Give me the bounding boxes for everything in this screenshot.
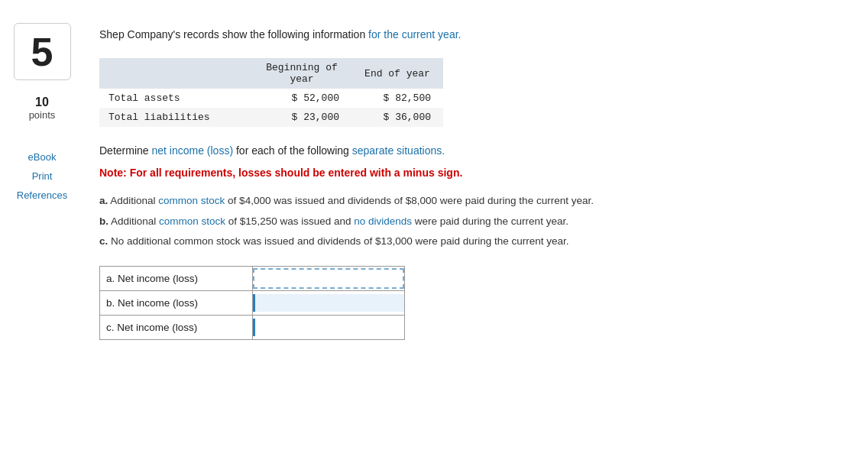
instructions-text: Determine net income (loss) for each of …: [99, 142, 845, 159]
points-section: 10 points: [29, 96, 56, 121]
table-row: Total assets $ 52,000 $ 82,500: [99, 89, 443, 108]
answer-row-b: b. Net income (loss): [100, 291, 405, 316]
answer-input-cell-c[interactable]: [252, 316, 404, 340]
table-header-end: End of year: [351, 58, 443, 89]
answer-label-c: c. Net income (loss): [100, 316, 253, 340]
table-row: Total liabilities $ 23,000 $ 36,000: [99, 108, 443, 127]
scenarios: a. Additional common stock of $4,000 was…: [99, 192, 845, 251]
table-cell-label: Total assets: [99, 89, 252, 108]
answer-label-a: a. Net income (loss): [100, 267, 253, 291]
table-header-begin: Beginning ofyear: [252, 58, 351, 89]
scenario-c: c. No additional common stock was issued…: [99, 232, 845, 251]
table-cell-label: Total liabilities: [99, 108, 252, 127]
sidebar-links: eBook Print References: [17, 151, 67, 201]
answer-input-c[interactable]: [253, 319, 404, 336]
data-table: Beginning ofyear End of year Total asset…: [99, 58, 443, 127]
main-content: Shep Company's records show the followin…: [84, 15, 868, 448]
question-number: 5: [14, 23, 71, 80]
note-text: Note: For all requirements, losses shoul…: [99, 165, 845, 181]
sidebar: 5 10 points eBook Print References: [0, 15, 84, 448]
answer-label-b: b. Net income (loss): [100, 291, 253, 316]
answer-input-cell-b[interactable]: [252, 291, 404, 316]
answer-row-a: a. Net income (loss): [100, 267, 405, 291]
answer-input-b[interactable]: [253, 294, 404, 312]
sidebar-link-ebook[interactable]: eBook: [28, 151, 57, 163]
answer-row-c: c. Net income (loss): [100, 316, 405, 340]
scenario-a: a. Additional common stock of $4,000 was…: [99, 192, 845, 210]
table-header-label: [99, 58, 252, 89]
sidebar-link-print[interactable]: Print: [32, 170, 53, 182]
answer-table: a. Net income (loss) b. Net income (loss…: [99, 266, 405, 340]
points-label: points: [29, 109, 56, 121]
answer-input-cell-a[interactable]: [252, 267, 404, 291]
table-cell-begin: $ 23,000: [252, 108, 351, 127]
table-cell-end: $ 82,500: [351, 89, 443, 108]
points-value: 10: [29, 96, 56, 109]
question-intro: Shep Company's records show the followin…: [99, 27, 845, 43]
table-cell-end: $ 36,000: [351, 108, 443, 127]
answer-input-a[interactable]: [253, 268, 404, 289]
table-cell-begin: $ 52,000: [252, 89, 351, 108]
scenario-b: b. Additional common stock of $15,250 wa…: [99, 212, 845, 231]
sidebar-link-references[interactable]: References: [17, 189, 67, 201]
